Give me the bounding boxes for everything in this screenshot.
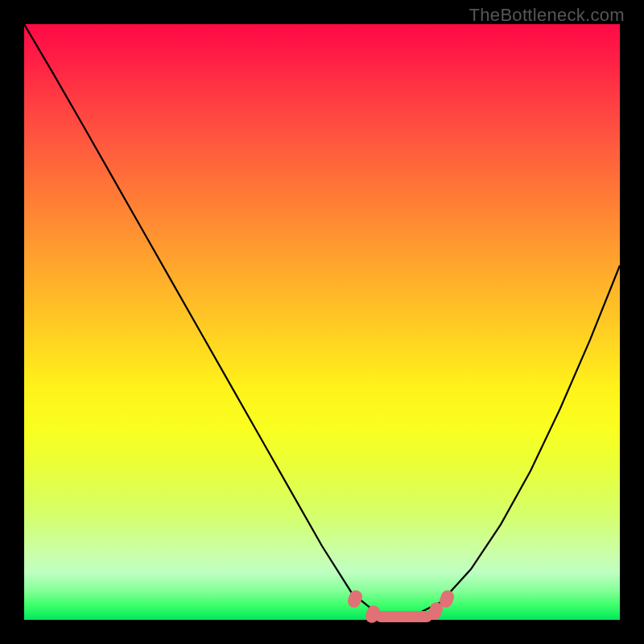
marker bbox=[426, 601, 444, 621]
marker bbox=[364, 604, 382, 625]
plot-area bbox=[24, 24, 620, 620]
marker bbox=[375, 611, 432, 622]
watermark-text: TheBottleneck.com bbox=[469, 5, 625, 26]
bottleneck-curve bbox=[24, 24, 620, 620]
marker bbox=[345, 588, 364, 609]
marker bbox=[438, 588, 456, 609]
